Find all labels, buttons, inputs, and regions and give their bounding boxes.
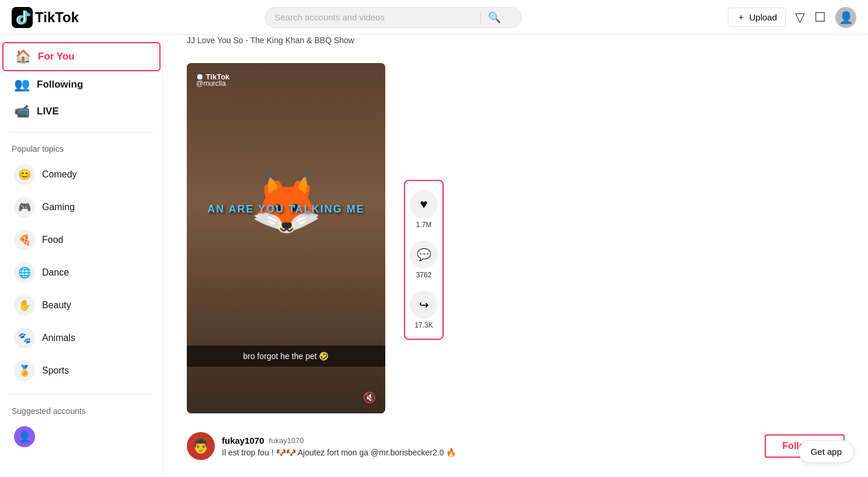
home-icon: 🏠 — [15, 49, 31, 64]
user-handle: fukay1070 — [269, 436, 304, 445]
topic-beauty[interactable]: ✋ Beauty — [2, 289, 161, 322]
suggested-accounts-label: Suggested accounts — [0, 402, 163, 420]
search-input[interactable] — [275, 12, 473, 22]
filter-icon[interactable]: ▽ — [795, 10, 805, 25]
following-icon: 👥 — [14, 77, 30, 92]
comment-count: 3762 — [416, 271, 432, 279]
plus-icon: ＋ — [737, 12, 745, 23]
like-icon-circle: ♥ — [410, 190, 438, 218]
nav-for-you[interactable]: 🏠 For You — [2, 42, 161, 71]
suggested-account-1[interactable]: 👤 — [2, 420, 161, 453]
dance-icon: 🌐 — [14, 262, 35, 283]
topic-food[interactable]: 🍕 Food — [2, 224, 161, 256]
tiktok-logo-icon — [12, 7, 33, 28]
topic-sports[interactable]: 🏅 Sports — [2, 354, 161, 387]
comment-icon-circle: 💬 — [410, 241, 438, 269]
main-content: JJ Love You So - The King Khan & BBQ Sho… — [163, 35, 868, 477]
food-icon: 🍕 — [14, 229, 35, 250]
popular-topics-label: Popular topics — [0, 140, 163, 158]
avatar[interactable]: 👤 — [835, 7, 856, 28]
video-text-overlay: AN ARE YOU TALKING ME — [187, 203, 385, 215]
share-icon-circle: ↪ — [410, 291, 438, 319]
nav-following[interactable]: 👥 Following — [2, 71, 161, 98]
sports-icon: 🏅 — [14, 360, 35, 381]
share-icon: ↪ — [419, 298, 429, 312]
beauty-icon: ✋ — [14, 295, 35, 316]
heart-icon: ♥ — [420, 197, 427, 212]
header-actions: ＋ Upload ▽ ☐ 👤 — [681, 7, 856, 28]
live-icon: 📹 — [14, 104, 30, 119]
get-app-button[interactable]: Get app — [799, 440, 854, 463]
video-section: 🦊 ⏺ TikTok @murclia AN ARE YOU TALKING M… — [187, 51, 845, 425]
topic-dance[interactable]: 🌐 Dance — [2, 256, 161, 289]
logo-text: TikTok — [35, 9, 79, 26]
video-username-overlay: @murclia — [196, 79, 226, 88]
user-avatar[interactable]: 👨 — [187, 432, 215, 460]
sidebar-divider — [9, 132, 154, 133]
logo-area[interactable]: TikTok — [12, 7, 105, 28]
video-caption: bro forgot he the pet 🤣 — [187, 346, 385, 367]
like-count: 1.7M — [416, 221, 432, 229]
comment-button[interactable]: 💬 3762 — [410, 241, 438, 279]
user-description: Il est trop fou ! 🐶🐶 Ajoutez fort mon ga… — [222, 448, 758, 457]
search-divider — [480, 12, 481, 23]
search-icon[interactable]: 🔍 — [488, 11, 501, 24]
app-header: TikTok 🔍 ＋ Upload ▽ ☐ 👤 — [0, 0, 868, 35]
comment-icon: 💬 — [417, 248, 431, 262]
action-buttons-panel: ♥ 1.7M 💬 3762 ↪ 17.3K — [404, 180, 444, 340]
share-button[interactable]: ↪ 17.3K — [410, 291, 438, 329]
user-post-section: 👨 fukay1070 fukay1070 Il est trop fou ! … — [187, 425, 845, 467]
sidebar-divider-2 — [9, 394, 154, 395]
gaming-icon: 🎮 — [14, 197, 35, 218]
main-layout: 🏠 For You 👥 Following 📹 LIVE Popular top… — [0, 35, 868, 477]
topic-gaming[interactable]: 🎮 Gaming — [2, 191, 161, 224]
upload-button[interactable]: ＋ Upload — [728, 8, 786, 27]
animals-icon: 🐾 — [14, 328, 35, 349]
like-button[interactable]: ♥ 1.7M — [410, 190, 438, 229]
search-bar[interactable]: 🔍 — [265, 7, 522, 28]
topic-animals[interactable]: 🐾 Animals — [2, 322, 161, 354]
share-count: 17.3K — [414, 321, 433, 329]
topic-comedy[interactable]: 😊 Comedy — [2, 158, 161, 191]
user-info: fukay1070 fukay1070 Il est trop fou ! 🐶🐶… — [222, 436, 758, 457]
user-name-row: fukay1070 fukay1070 — [222, 436, 758, 445]
nav-live[interactable]: 📹 LIVE — [2, 98, 161, 125]
suggested-avatar-1: 👤 — [14, 426, 35, 447]
video-title: JJ Love You So - The King Khan & BBQ Sho… — [187, 36, 354, 45]
message-icon[interactable]: ☐ — [814, 10, 826, 25]
search-container: 🔍 — [105, 7, 681, 28]
username[interactable]: fukay1070 — [222, 436, 264, 445]
video-controls: 🔇 — [363, 391, 376, 404]
comedy-icon: 😊 — [14, 164, 35, 185]
video-title-bar: JJ Love You So - The King Khan & BBQ Sho… — [187, 35, 845, 51]
video-player[interactable]: 🦊 ⏺ TikTok @murclia AN ARE YOU TALKING M… — [187, 63, 385, 413]
sidebar: 🏠 For You 👥 Following 📹 LIVE Popular top… — [0, 35, 163, 477]
mute-button[interactable]: 🔇 — [363, 391, 376, 404]
